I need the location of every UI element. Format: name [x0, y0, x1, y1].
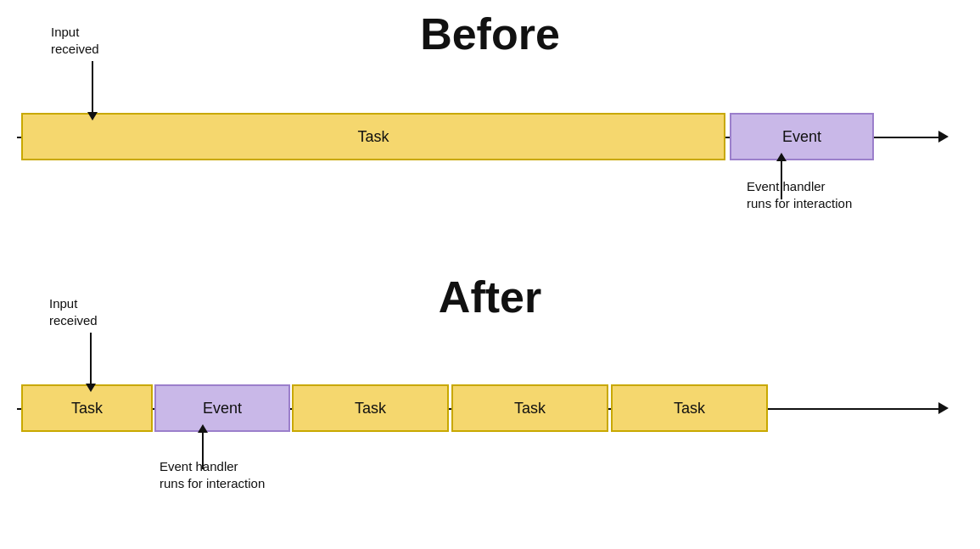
after-task2-box: Task — [292, 384, 449, 432]
before-task-box: Task — [21, 113, 725, 160]
after-task3-box: Task — [451, 384, 608, 432]
after-handler-arrow — [202, 433, 204, 469]
after-arrow-right — [938, 402, 949, 414]
after-input-label: Input received — [49, 295, 98, 328]
before-input-arrow — [92, 61, 93, 112]
after-event-box: Event — [154, 384, 290, 432]
after-handler-label: Event handler runs for interaction — [160, 458, 265, 491]
before-handler-label: Event handler runs for interaction — [747, 178, 852, 211]
after-title: After — [0, 272, 980, 322]
before-event-box: Event — [730, 113, 874, 160]
diagram-container: Before Task Event Input received Event h… — [0, 0, 980, 549]
after-input-arrow — [90, 333, 92, 384]
before-arrow-right — [938, 131, 949, 143]
before-handler-arrow — [781, 161, 782, 199]
before-input-label: Input received — [51, 24, 99, 57]
before-title: Before — [0, 8, 980, 59]
after-task4-box: Task — [611, 384, 768, 432]
